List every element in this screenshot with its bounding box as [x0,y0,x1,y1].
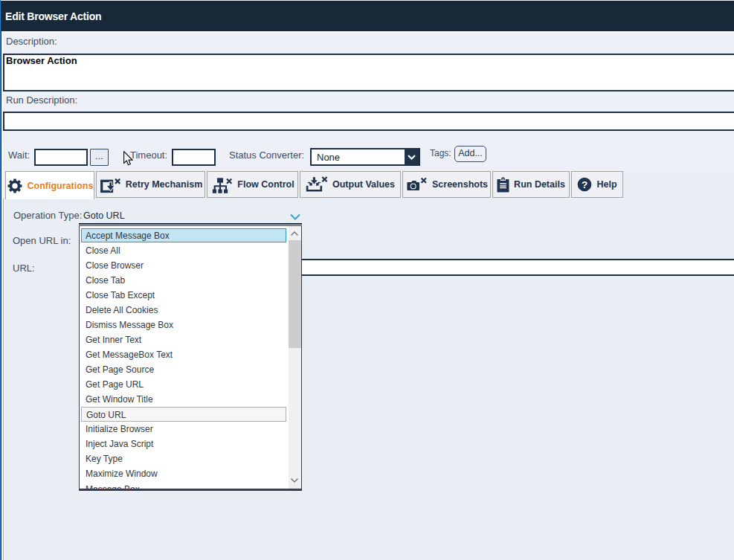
svg-text:?: ? [582,179,587,190]
